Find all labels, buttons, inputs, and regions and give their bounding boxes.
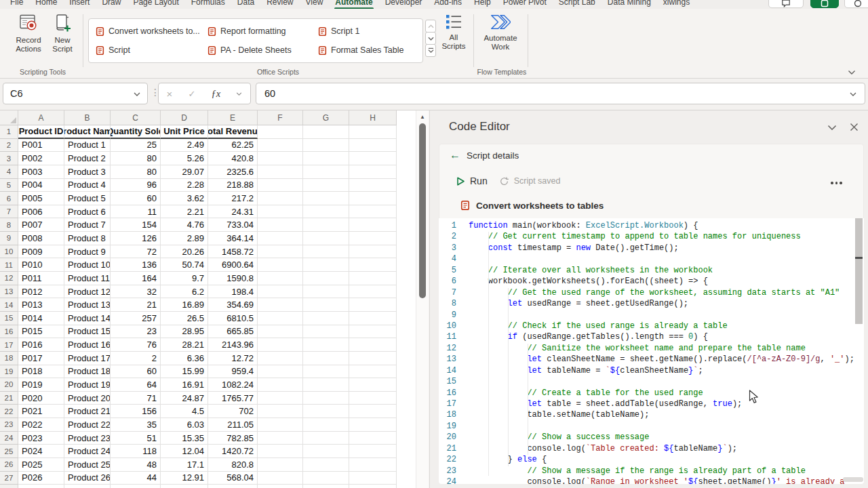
chevron-down-icon[interactable] xyxy=(134,92,140,96)
cell-C21[interactable]: 71 xyxy=(111,392,161,405)
cell-A13[interactable]: P012 xyxy=(18,285,64,299)
col-header-H[interactable]: H xyxy=(349,110,397,125)
cell-C22[interactable]: 156 xyxy=(111,405,161,418)
cell-F7[interactable] xyxy=(258,205,303,219)
code-line-1[interactable]: 1function main(workbook: ExcelScript.Wor… xyxy=(439,221,864,232)
cell-A1[interactable]: Product ID xyxy=(18,125,64,139)
cell-A6[interactable]: P005 xyxy=(18,192,64,205)
cell-E15[interactable]: 6810.5 xyxy=(208,312,258,325)
code-line-24[interactable]: 24 console.log(`Range in worksheet '${sh… xyxy=(439,477,864,484)
cell-G25[interactable] xyxy=(303,445,349,458)
tab-draw[interactable]: Draw xyxy=(96,0,127,9)
cell-C13[interactable]: 32 xyxy=(111,285,161,299)
code-line-18[interactable]: 18 table.setName(tableName); xyxy=(439,410,864,421)
cell-E10[interactable]: 1458.72 xyxy=(208,245,258,259)
tab-view[interactable]: View xyxy=(300,0,330,9)
cell-H23[interactable] xyxy=(349,418,397,432)
code-line-22[interactable]: 22 } else { xyxy=(439,455,864,466)
gallery-item-4[interactable]: PA - Delete Sheets xyxy=(208,41,318,60)
cell-D6[interactable]: 3.62 xyxy=(161,192,208,205)
gallery-scroll-down-button[interactable] xyxy=(425,32,436,45)
tab-review[interactable]: Review xyxy=(260,0,299,9)
cell-G26[interactable] xyxy=(303,458,349,472)
cell-A25[interactable]: P024 xyxy=(18,445,64,458)
cell-B10[interactable]: Product 9 xyxy=(64,245,111,259)
cell-G20[interactable] xyxy=(303,378,349,392)
cell-C10[interactable]: 72 xyxy=(111,245,161,259)
row-header-7[interactable]: 7 xyxy=(0,205,18,219)
cell-D4[interactable]: 29.07 xyxy=(161,165,208,179)
cell-F10[interactable] xyxy=(258,245,303,259)
cell-B8[interactable]: Product 7 xyxy=(64,218,111,232)
cell-D12[interactable]: 9.7 xyxy=(161,272,208,285)
cell-H28[interactable] xyxy=(349,485,397,488)
cell-G10[interactable] xyxy=(303,245,349,259)
row-header-23[interactable]: 23 xyxy=(0,418,18,432)
cell-G8[interactable] xyxy=(303,218,349,232)
cell-E2[interactable]: 62.25 xyxy=(208,139,258,152)
cell-H17[interactable] xyxy=(349,338,397,352)
cell-B18[interactable]: Product 17 xyxy=(64,352,111,365)
tab-developer[interactable]: Developer xyxy=(379,0,429,9)
code-line-11[interactable]: 11 if (usedRange.getTables().length === … xyxy=(439,332,864,343)
cell-G3[interactable] xyxy=(303,152,349,165)
cell-F2[interactable] xyxy=(258,139,303,152)
cell-H16[interactable] xyxy=(349,325,397,339)
cell-F26[interactable] xyxy=(258,458,303,472)
row-header-6[interactable]: 6 xyxy=(0,192,18,205)
cell-G23[interactable] xyxy=(303,418,349,432)
cell-H21[interactable] xyxy=(349,392,397,405)
new-script-button[interactable]: NewScript xyxy=(45,13,80,54)
code-line-7[interactable]: 7 // Get the used range of the worksheet… xyxy=(439,288,864,299)
comments-button[interactable] xyxy=(768,0,804,8)
code-line-16[interactable]: 16 // Create a table for the used range xyxy=(439,388,864,399)
row-header-1[interactable]: 1 xyxy=(0,125,18,139)
sheet-scrollbar-thumb[interactable] xyxy=(419,123,426,298)
run-icon[interactable] xyxy=(456,176,465,186)
cell-F3[interactable] xyxy=(258,152,303,165)
cell-C26[interactable]: 48 xyxy=(111,458,161,472)
cell-G7[interactable] xyxy=(303,205,349,219)
script-details-back-link[interactable]: ← Script details xyxy=(450,150,519,161)
cell-A3[interactable]: P002 xyxy=(18,152,64,165)
row-header-21[interactable]: 21 xyxy=(0,392,18,405)
tab-help[interactable]: Help xyxy=(468,0,497,9)
cell-B4[interactable]: Product 3 xyxy=(64,165,111,179)
cell-B20[interactable]: Product 19 xyxy=(64,378,111,392)
cell-D16[interactable]: 28.95 xyxy=(161,325,208,339)
automate-work-button[interactable]: AutomateWork xyxy=(476,13,525,52)
cell-H19[interactable] xyxy=(349,365,397,379)
row-header-4[interactable]: 4 xyxy=(0,165,18,179)
cell-G27[interactable] xyxy=(303,472,349,485)
cell-E1[interactable]: Total Revenue xyxy=(208,125,258,139)
cell-F4[interactable] xyxy=(258,165,303,179)
cell-H14[interactable] xyxy=(349,298,397,312)
tab-data[interactable]: Data xyxy=(231,0,260,9)
cell-D11[interactable]: 50.74 xyxy=(161,258,208,272)
cell-H18[interactable] xyxy=(349,352,397,365)
cell-B13[interactable]: Product 12 xyxy=(64,285,111,299)
cell-H27[interactable] xyxy=(349,472,397,485)
cell-F23[interactable] xyxy=(258,418,303,432)
cell-G17[interactable] xyxy=(303,338,349,352)
insert-function-icon[interactable]: ƒx xyxy=(212,88,221,100)
code-line-4[interactable]: 4 xyxy=(439,254,864,265)
cell-D27[interactable]: 12.91 xyxy=(161,472,208,485)
row-header-2[interactable]: 2 xyxy=(0,139,18,152)
cell-G28[interactable] xyxy=(303,485,349,488)
cell-B19[interactable]: Product 18 xyxy=(64,365,111,379)
select-all-corner[interactable] xyxy=(0,110,18,125)
cell-G9[interactable] xyxy=(303,232,349,245)
cell-B3[interactable]: Product 2 xyxy=(64,152,111,165)
cell-A23[interactable]: P022 xyxy=(18,418,64,432)
cell-A21[interactable]: P020 xyxy=(18,392,64,405)
row-header-26[interactable]: 26 xyxy=(0,458,18,472)
tab-add-ins[interactable]: Add-ins xyxy=(428,0,468,9)
cell-F19[interactable] xyxy=(258,365,303,379)
cell-B26[interactable]: Product 25 xyxy=(64,458,111,472)
code-line-6[interactable]: 6 workbook.getWorksheets().forEach((shee… xyxy=(439,277,864,287)
cell-C9[interactable]: 126 xyxy=(111,232,161,245)
cell-D23[interactable]: 6.03 xyxy=(161,418,208,432)
cell-D26[interactable]: 17.1 xyxy=(161,458,208,472)
cell-G14[interactable] xyxy=(303,298,349,312)
